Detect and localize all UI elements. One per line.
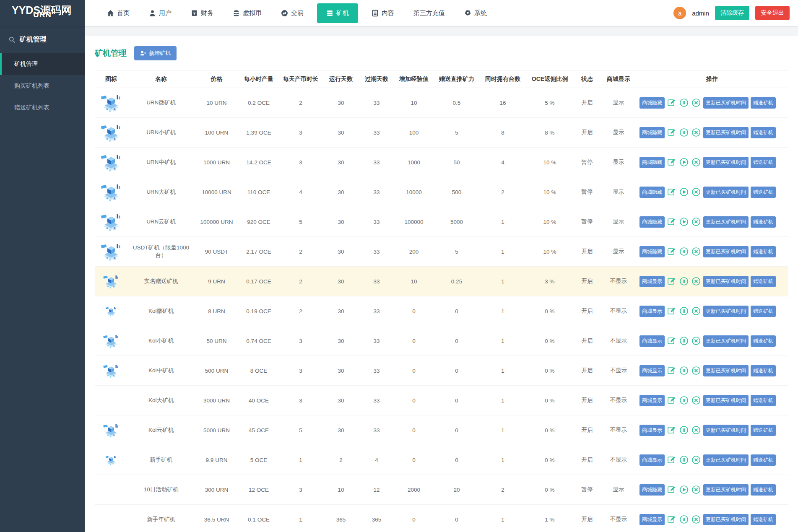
- gift-miner-button[interactable]: 赠送矿机: [751, 365, 776, 376]
- edit-icon[interactable]: [667, 157, 677, 167]
- shop-hide-button[interactable]: 商城隐藏: [639, 246, 665, 257]
- gift-miner-button[interactable]: 赠送矿机: [751, 97, 776, 109]
- close-icon[interactable]: [691, 187, 701, 197]
- close-icon[interactable]: [691, 395, 701, 405]
- shop-hide-button[interactable]: 商城隐藏: [639, 216, 665, 228]
- close-icon[interactable]: [691, 336, 701, 346]
- edit-icon[interactable]: [667, 514, 677, 524]
- shop-show-button[interactable]: 商城显示: [639, 365, 665, 376]
- shop-show-button[interactable]: 商城显示: [639, 425, 665, 436]
- shop-show-button[interactable]: 商城显示: [639, 335, 665, 347]
- close-icon[interactable]: [691, 425, 701, 435]
- shop-hide-button[interactable]: 商城隐藏: [639, 97, 665, 109]
- edit-icon[interactable]: [667, 425, 677, 435]
- pause-icon[interactable]: [679, 425, 689, 435]
- update-bought-time-button[interactable]: 更新已买矿机时间: [703, 454, 749, 466]
- pause-icon[interactable]: [679, 247, 689, 257]
- pause-icon[interactable]: [679, 336, 689, 346]
- update-bought-time-button[interactable]: 更新已买矿机时间: [703, 306, 749, 317]
- close-icon[interactable]: [691, 455, 701, 465]
- shop-show-button[interactable]: 商城显示: [639, 276, 665, 287]
- nav-item-用户[interactable]: 用户: [143, 5, 177, 21]
- add-miner-button[interactable]: 新增矿机: [134, 46, 177, 60]
- edit-icon[interactable]: [667, 366, 677, 376]
- shop-hide-button[interactable]: 商城隐藏: [639, 127, 665, 138]
- update-bought-time-button[interactable]: 更新已买矿机时间: [703, 246, 749, 257]
- nav-item-矿机[interactable]: 矿机: [317, 3, 358, 23]
- shop-show-button[interactable]: 商城显示: [639, 514, 665, 525]
- close-icon[interactable]: [691, 366, 701, 376]
- play-icon[interactable]: [679, 157, 689, 167]
- edit-icon[interactable]: [667, 187, 677, 197]
- pause-icon[interactable]: [679, 127, 689, 138]
- pause-icon[interactable]: [679, 395, 689, 405]
- avatar[interactable]: a: [673, 7, 686, 19]
- nav-item-财务[interactable]: ¥财务: [185, 5, 219, 21]
- edit-icon[interactable]: [667, 217, 677, 227]
- close-icon[interactable]: [691, 306, 701, 316]
- edit-icon[interactable]: [667, 336, 677, 346]
- nav-item-交易[interactable]: 交易: [275, 5, 309, 21]
- update-bought-time-button[interactable]: 更新已买矿机时间: [703, 187, 749, 198]
- nav-item-第三方充值[interactable]: 第三方充值: [408, 5, 451, 21]
- update-bought-time-button[interactable]: 更新已买矿机时间: [703, 335, 749, 347]
- clear-cache-button[interactable]: 清除缓存: [715, 6, 749, 20]
- shop-show-button[interactable]: 商城显示: [639, 454, 665, 466]
- update-bought-time-button[interactable]: 更新已买矿机时间: [703, 514, 749, 525]
- gift-miner-button[interactable]: 赠送矿机: [751, 127, 776, 138]
- close-icon[interactable]: [691, 514, 701, 524]
- update-bought-time-button[interactable]: 更新已买矿机时间: [703, 216, 749, 228]
- update-bought-time-button[interactable]: 更新已买矿机时间: [703, 425, 749, 436]
- shop-hide-button[interactable]: 商城隐藏: [639, 187, 665, 198]
- username-label[interactable]: admin: [692, 10, 709, 17]
- edit-icon[interactable]: [667, 276, 677, 286]
- gift-miner-button[interactable]: 赠送矿机: [751, 335, 776, 347]
- edit-icon[interactable]: [667, 306, 677, 316]
- close-icon[interactable]: [691, 157, 701, 167]
- edit-icon[interactable]: [667, 247, 677, 257]
- gift-miner-button[interactable]: 赠送矿机: [751, 454, 776, 466]
- gift-miner-button[interactable]: 赠送矿机: [751, 395, 776, 406]
- edit-icon[interactable]: [667, 98, 677, 108]
- sidebar-item-购买矿机列表[interactable]: 购买矿机列表: [0, 75, 85, 97]
- close-icon[interactable]: [691, 247, 701, 257]
- gift-miner-button[interactable]: 赠送矿机: [751, 306, 776, 317]
- update-bought-time-button[interactable]: 更新已买矿机时间: [703, 127, 749, 138]
- update-bought-time-button[interactable]: 更新已买矿机时间: [703, 484, 749, 496]
- nav-item-内容[interactable]: 内容: [366, 5, 400, 21]
- gift-miner-button[interactable]: 赠送矿机: [751, 425, 776, 436]
- sidebar-item-赠送矿机列表[interactable]: 赠送矿机列表: [0, 97, 85, 119]
- gift-miner-button[interactable]: 赠送矿机: [751, 157, 776, 168]
- edit-icon[interactable]: [667, 127, 677, 138]
- pause-icon[interactable]: [679, 366, 689, 376]
- close-icon[interactable]: [691, 98, 701, 108]
- update-bought-time-button[interactable]: 更新已买矿机时间: [703, 365, 749, 376]
- pause-icon[interactable]: [679, 306, 689, 316]
- play-icon[interactable]: [679, 217, 689, 227]
- gift-miner-button[interactable]: 赠送矿机: [751, 484, 776, 496]
- close-icon[interactable]: [691, 127, 701, 138]
- gift-miner-button[interactable]: 赠送矿机: [751, 246, 776, 257]
- update-bought-time-button[interactable]: 更新已买矿机时间: [703, 97, 749, 109]
- shop-hide-button[interactable]: 商城隐藏: [639, 157, 665, 168]
- edit-icon[interactable]: [667, 455, 677, 465]
- pause-icon[interactable]: [679, 455, 689, 465]
- close-icon[interactable]: [691, 485, 701, 495]
- edit-icon[interactable]: [667, 395, 677, 405]
- pause-icon[interactable]: [679, 514, 689, 524]
- shop-show-button[interactable]: 商城显示: [639, 395, 665, 406]
- gift-miner-button[interactable]: 赠送矿机: [751, 187, 776, 198]
- play-icon[interactable]: [679, 187, 689, 197]
- nav-item-系统[interactable]: 系统: [458, 5, 493, 21]
- close-icon[interactable]: [691, 217, 701, 227]
- pause-icon[interactable]: [679, 276, 689, 286]
- nav-item-虚拟币[interactable]: 虚拟币: [227, 5, 268, 21]
- edit-icon[interactable]: [667, 485, 677, 495]
- play-icon[interactable]: [679, 485, 689, 495]
- sidebar-item-矿机管理[interactable]: 矿机管理: [0, 53, 85, 75]
- gift-miner-button[interactable]: 赠送矿机: [751, 276, 776, 287]
- gift-miner-button[interactable]: 赠送矿机: [751, 216, 776, 228]
- close-icon[interactable]: [691, 276, 701, 286]
- shop-show-button[interactable]: 商城显示: [639, 306, 665, 317]
- shop-hide-button[interactable]: 商城隐藏: [639, 484, 665, 496]
